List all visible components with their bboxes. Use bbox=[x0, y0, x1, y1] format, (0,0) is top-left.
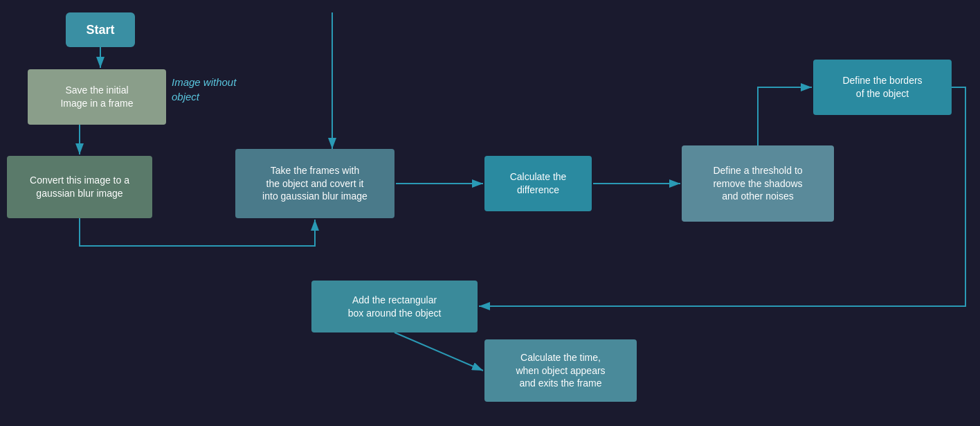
start-label: Start bbox=[86, 21, 114, 38]
italic-text: Image withoutobject bbox=[172, 76, 236, 103]
gaussian-label: Take the frames withthe object and cover… bbox=[262, 164, 368, 204]
save-label: Save the initialImage in a frame bbox=[60, 84, 133, 110]
time-label: Calculate the time,when object appearsan… bbox=[516, 351, 605, 391]
time-node: Calculate the time,when object appearsan… bbox=[484, 339, 637, 402]
italic-label: Image withoutobject bbox=[172, 75, 282, 104]
start-node: Start bbox=[66, 12, 135, 47]
flowchart: Start Save the initialImage in a frame I… bbox=[0, 0, 980, 426]
calc-label: Calculate thedifference bbox=[510, 170, 567, 197]
gaussian-node: Take the frames withthe object and cover… bbox=[235, 149, 394, 218]
borders-node: Define the bordersof the object bbox=[813, 60, 952, 115]
convert-node: Convert this image to agaussian blur ima… bbox=[7, 156, 152, 218]
threshold-node: Define a threshold toremove the shadowsa… bbox=[682, 145, 834, 222]
rect-label: Add the rectangularbox around the object bbox=[348, 294, 442, 320]
borders-label: Define the bordersof the object bbox=[842, 74, 922, 100]
calc-node: Calculate thedifference bbox=[484, 156, 592, 211]
save-node: Save the initialImage in a frame bbox=[28, 69, 166, 125]
convert-label: Convert this image to agaussian blur ima… bbox=[30, 174, 129, 200]
rect-node: Add the rectangularbox around the object bbox=[311, 281, 478, 332]
svg-line-4 bbox=[394, 332, 483, 371]
threshold-label: Define a threshold toremove the shadowsa… bbox=[713, 164, 802, 204]
